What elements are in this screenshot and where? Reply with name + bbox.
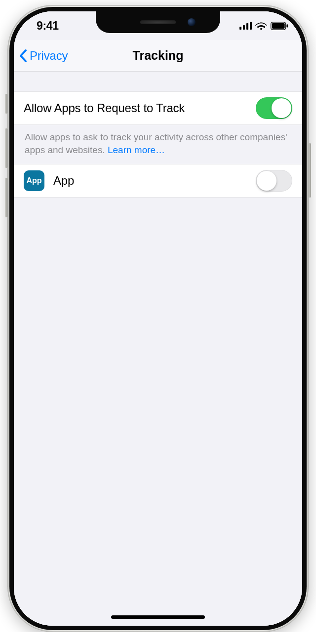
svg-rect-1: [243, 25, 245, 30]
svg-rect-5: [272, 23, 285, 28]
cellular-icon: [239, 22, 252, 30]
svg-rect-3: [250, 22, 252, 30]
notch: [96, 11, 220, 33]
toggle-knob: [257, 171, 276, 191]
power-button: [309, 143, 311, 198]
home-indicator[interactable]: [111, 615, 205, 619]
device-frame: 9:41: [7, 5, 309, 632]
svg-rect-2: [246, 23, 248, 30]
content-area: Allow Apps to Request to Track Allow app…: [14, 72, 302, 626]
volume-up-button: [5, 128, 7, 168]
svg-rect-6: [286, 24, 288, 27]
app-icon: App: [24, 170, 44, 191]
allow-tracking-label: Allow Apps to Request to Track: [24, 101, 185, 115]
chevron-left-icon: [19, 49, 29, 63]
back-label: Privacy: [30, 49, 68, 63]
back-button[interactable]: Privacy: [19, 49, 68, 63]
status-icons: [239, 22, 288, 30]
app-label: App: [53, 174, 74, 188]
app-tracking-toggle[interactable]: [256, 170, 292, 192]
section-gap: [14, 72, 302, 91]
wifi-icon: [255, 22, 267, 30]
learn-more-link[interactable]: Learn more…: [108, 145, 165, 155]
navigation-bar: Privacy Tracking: [14, 40, 302, 72]
toggle-knob: [272, 98, 291, 118]
volume-down-button: [5, 178, 7, 217]
app-row: App App: [14, 164, 302, 198]
silence-switch: [5, 94, 7, 114]
battery-icon: [271, 22, 288, 30]
allow-tracking-toggle[interactable]: [256, 97, 292, 119]
status-time: 9:41: [37, 19, 59, 33]
svg-rect-0: [239, 27, 241, 30]
front-camera: [188, 18, 196, 26]
allow-tracking-row: Allow Apps to Request to Track: [14, 91, 302, 125]
section-footer: Allow apps to ask to track your activity…: [14, 125, 302, 164]
speaker-grille: [140, 20, 176, 24]
